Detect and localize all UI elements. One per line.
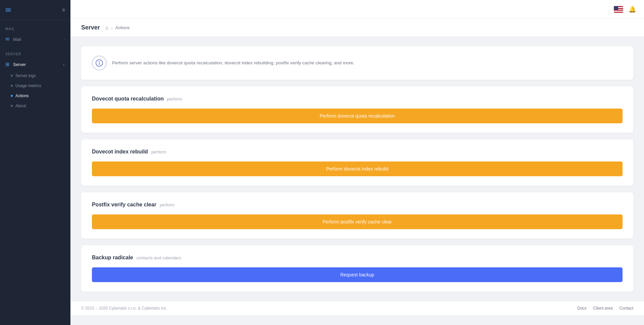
sidebar: ✉ ≡ MAIL ✉ Mail › SERVER ⊞ Server ∨ Serv…: [0, 0, 70, 325]
info-icon: [92, 56, 107, 70]
sidebar-item-actions[interactable]: Actions: [0, 91, 70, 101]
footer-link-client-area[interactable]: Client area: [593, 306, 613, 311]
perform-dovecot-quota-button[interactable]: Perform dovecot quota recalculation: [92, 109, 623, 123]
info-banner: Perform server actions like dovecot quot…: [81, 46, 633, 80]
sidebar-item-about[interactable]: About: [0, 101, 70, 111]
main-area: 🔔 Server ⌂ › Actions Perform server acti…: [70, 0, 644, 325]
dot-icon: [11, 85, 13, 87]
action-subtitle: perform: [167, 96, 182, 102]
dot-active-icon: [11, 95, 13, 97]
action-subtitle: contacts and calendars: [137, 255, 181, 260]
notification-icon[interactable]: 🔔: [629, 6, 636, 13]
dot-icon: [11, 75, 13, 77]
sidebar-item-server[interactable]: ⊞ Server ∨: [0, 58, 70, 71]
sidebar-section-server: SERVER ⊞ Server ∨ Server logs Usage metr…: [0, 46, 70, 111]
action-card-title-backup-radicale: Backup radicale contacts and calendars: [92, 255, 623, 261]
footer: © 2015 – 2020 Cyberlabs s.r.o. & Cyberla…: [70, 301, 644, 315]
sidebar-header: ✉ ≡: [0, 0, 70, 20]
chevron-right-icon: ›: [64, 37, 65, 41]
footer-link-docs[interactable]: Docs: [577, 306, 586, 311]
action-card-postfix-cache: Postfix verify cache clear perform Perfo…: [81, 192, 633, 239]
info-banner-text: Perform server actions like dovecot quot…: [112, 60, 355, 66]
sidebar-item-server-logs-label: Server logs: [15, 73, 36, 78]
dot-icon: [11, 105, 13, 107]
action-card-backup-radicale: Backup radicale contacts and calendars R…: [81, 245, 633, 291]
home-icon[interactable]: ⌂: [105, 25, 108, 30]
breadcrumb-current: Actions: [115, 25, 130, 30]
sidebar-item-usage-metrics-label: Usage metrics: [15, 83, 41, 88]
chevron-down-icon: ∨: [62, 62, 65, 67]
perform-dovecot-index-button[interactable]: Perform dovecot index rebuild: [92, 161, 623, 176]
action-card-title-dovecot-quota: Dovecot quota recalculation perform: [92, 96, 623, 102]
sidebar-logo-icon: ✉: [5, 6, 11, 14]
mail-icon: ✉: [5, 36, 10, 42]
footer-links: Docs Client area Contact: [577, 306, 633, 311]
footer-link-contact[interactable]: Contact: [620, 306, 633, 311]
perform-postfix-cache-button[interactable]: Perform postfix verify cache clear: [92, 214, 623, 229]
footer-copyright: © 2015 – 2020 Cyberlabs s.r.o. & Cyberla…: [81, 306, 167, 311]
request-backup-button[interactable]: Request backup: [92, 267, 623, 282]
action-card-title-dovecot-index: Dovecot index rebuild perform: [92, 149, 623, 155]
sidebar-item-server-logs[interactable]: Server logs: [0, 71, 70, 81]
page-content: Perform server actions like dovecot quot…: [70, 37, 644, 301]
hamburger-icon[interactable]: ≡: [62, 7, 65, 13]
action-card-title-postfix-cache: Postfix verify cache clear perform: [92, 202, 623, 208]
page-title: Server: [81, 24, 100, 31]
topbar: 🔔: [70, 0, 644, 19]
action-card-dovecot-quota: Dovecot quota recalculation perform Perf…: [81, 86, 633, 133]
sidebar-section-label-server: SERVER: [0, 46, 70, 58]
action-subtitle: perform: [160, 202, 175, 207]
sidebar-section-mail: MAIL ✉ Mail ›: [0, 20, 70, 46]
server-icon: ⊞: [5, 61, 10, 67]
sidebar-item-server-label: Server: [13, 62, 26, 67]
sidebar-section-label-mail: MAIL: [0, 20, 70, 33]
breadcrumb-separator: ›: [111, 25, 113, 30]
sidebar-item-mail-label: Mail: [13, 37, 21, 42]
sidebar-item-mail[interactable]: ✉ Mail ›: [0, 33, 70, 46]
action-subtitle: perform: [151, 149, 166, 154]
page-content-area: Perform server actions like dovecot quot…: [70, 37, 644, 325]
sidebar-item-actions-label: Actions: [15, 93, 29, 98]
sidebar-item-usage-metrics[interactable]: Usage metrics: [0, 81, 70, 91]
language-flag[interactable]: [614, 6, 623, 13]
action-card-dovecot-index: Dovecot index rebuild perform Perform do…: [81, 139, 633, 186]
sidebar-item-about-label: About: [15, 104, 26, 108]
breadcrumb: Server ⌂ › Actions: [70, 19, 644, 37]
